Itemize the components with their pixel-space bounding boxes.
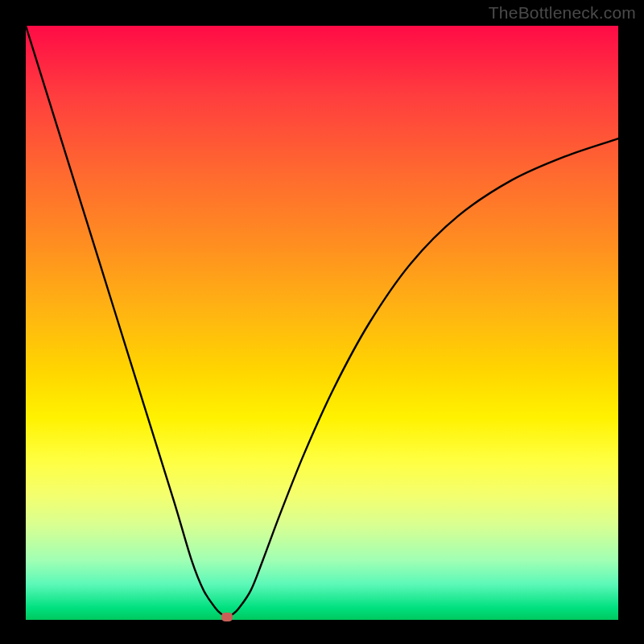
chart-plot-area <box>26 26 618 620</box>
chart-curve-svg <box>26 26 618 620</box>
chart-frame: TheBottleneck.com <box>0 0 644 644</box>
chart-marker <box>221 613 233 621</box>
chart-curve-path <box>26 26 618 617</box>
watermark-text: TheBottleneck.com <box>489 3 636 23</box>
